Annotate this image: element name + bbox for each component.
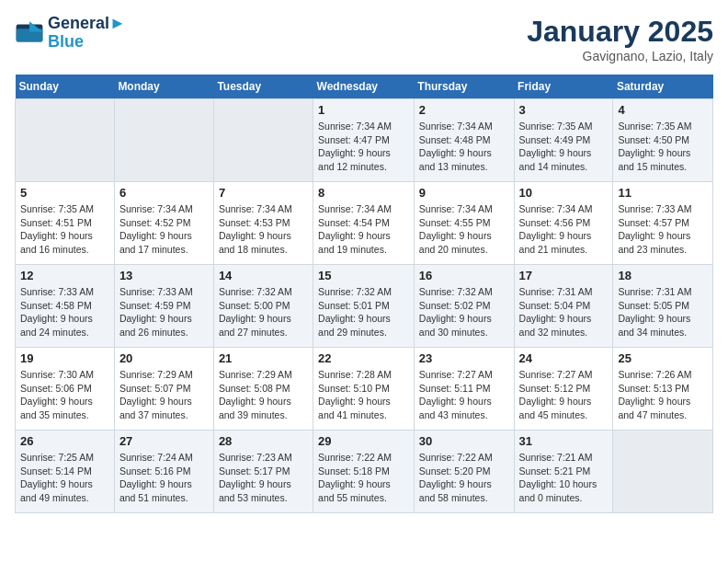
day-number: 20 [119, 351, 209, 365]
calendar-cell: 8Sunrise: 7:34 AMSunset: 4:54 PMDaylight… [313, 182, 415, 265]
day-info: Sunrise: 7:34 AMSunset: 4:52 PMDaylight:… [119, 202, 209, 257]
day-number: 6 [119, 186, 209, 200]
day-number: 27 [119, 434, 209, 448]
day-number: 2 [419, 103, 509, 117]
calendar-cell: 3Sunrise: 7:35 AMSunset: 4:49 PMDaylight… [514, 99, 613, 182]
calendar-cell: 7Sunrise: 7:34 AMSunset: 4:53 PMDaylight… [213, 182, 313, 265]
calendar-cell: 23Sunrise: 7:27 AMSunset: 5:11 PMDayligh… [414, 348, 514, 431]
calendar-cell: 19Sunrise: 7:30 AMSunset: 5:06 PMDayligh… [16, 348, 115, 431]
calendar-cell: 29Sunrise: 7:22 AMSunset: 5:18 PMDayligh… [313, 431, 415, 513]
weekday-header: Wednesday [313, 75, 415, 99]
location: Gavignano, Lazio, Italy [527, 49, 713, 63]
day-number: 12 [20, 269, 109, 282]
calendar-cell: 20Sunrise: 7:29 AMSunset: 5:07 PMDayligh… [114, 348, 213, 431]
day-info: Sunrise: 7:27 AMSunset: 5:11 PMDaylight:… [419, 368, 509, 422]
calendar-cell: 13Sunrise: 7:33 AMSunset: 4:59 PMDayligh… [114, 265, 213, 348]
weekday-header: Friday [514, 75, 613, 99]
calendar-table: SundayMondayTuesdayWednesdayThursdayFrid… [15, 75, 713, 513]
day-number: 16 [419, 269, 509, 282]
calendar-cell [613, 431, 713, 513]
day-info: Sunrise: 7:34 AMSunset: 4:47 PMDaylight:… [318, 120, 409, 174]
day-info: Sunrise: 7:33 AMSunset: 4:58 PMDaylight:… [20, 285, 109, 339]
day-number: 23 [419, 351, 509, 365]
day-info: Sunrise: 7:34 AMSunset: 4:56 PMDaylight:… [519, 202, 609, 257]
day-number: 25 [618, 351, 708, 365]
day-info: Sunrise: 7:25 AMSunset: 5:14 PMDaylight:… [20, 451, 109, 505]
calendar-cell: 14Sunrise: 7:32 AMSunset: 5:00 PMDayligh… [213, 265, 313, 348]
calendar-cell: 15Sunrise: 7:32 AMSunset: 5:01 PMDayligh… [313, 265, 415, 348]
day-info: Sunrise: 7:34 AMSunset: 4:54 PMDaylight:… [318, 202, 409, 257]
day-info: Sunrise: 7:26 AMSunset: 5:13 PMDaylight:… [618, 368, 708, 422]
calendar-cell: 17Sunrise: 7:31 AMSunset: 5:04 PMDayligh… [514, 265, 613, 348]
day-info: Sunrise: 7:35 AMSunset: 4:51 PMDaylight:… [20, 202, 109, 257]
day-number: 11 [618, 186, 708, 200]
day-number: 26 [20, 434, 109, 448]
calendar-week-row: 5Sunrise: 7:35 AMSunset: 4:51 PMDaylight… [16, 182, 713, 265]
weekday-header: Saturday [613, 75, 713, 99]
day-info: Sunrise: 7:32 AMSunset: 5:02 PMDaylight:… [419, 285, 509, 339]
day-number: 10 [519, 186, 609, 200]
calendar-cell: 6Sunrise: 7:34 AMSunset: 4:52 PMDaylight… [114, 182, 213, 265]
day-number: 22 [318, 351, 409, 365]
weekday-header-row: SundayMondayTuesdayWednesdayThursdayFrid… [16, 75, 713, 99]
svg-rect-2 [17, 29, 43, 41]
calendar-cell: 4Sunrise: 7:35 AMSunset: 4:50 PMDaylight… [613, 99, 713, 182]
calendar-cell: 25Sunrise: 7:26 AMSunset: 5:13 PMDayligh… [613, 348, 713, 431]
day-info: Sunrise: 7:35 AMSunset: 4:50 PMDaylight:… [618, 120, 708, 174]
day-number: 29 [318, 434, 409, 448]
title-block: January 2025 Gavignano, Lazio, Italy [527, 15, 713, 63]
day-info: Sunrise: 7:33 AMSunset: 4:59 PMDaylight:… [119, 285, 209, 339]
day-info: Sunrise: 7:22 AMSunset: 5:18 PMDaylight:… [318, 451, 409, 505]
calendar-cell: 10Sunrise: 7:34 AMSunset: 4:56 PMDayligh… [514, 182, 613, 265]
day-info: Sunrise: 7:33 AMSunset: 4:57 PMDaylight:… [618, 202, 708, 257]
calendar-cell: 30Sunrise: 7:22 AMSunset: 5:20 PMDayligh… [414, 431, 514, 513]
day-number: 8 [318, 186, 409, 200]
calendar-week-row: 26Sunrise: 7:25 AMSunset: 5:14 PMDayligh… [16, 431, 713, 513]
calendar-week-row: 1Sunrise: 7:34 AMSunset: 4:47 PMDaylight… [16, 99, 713, 182]
day-info: Sunrise: 7:22 AMSunset: 5:20 PMDaylight:… [419, 451, 509, 505]
day-number: 7 [219, 186, 308, 200]
calendar-cell [114, 99, 213, 182]
logo: General► Blue [15, 15, 126, 52]
calendar-cell: 26Sunrise: 7:25 AMSunset: 5:14 PMDayligh… [16, 431, 115, 513]
day-info: Sunrise: 7:34 AMSunset: 4:48 PMDaylight:… [419, 120, 509, 174]
calendar-cell: 16Sunrise: 7:32 AMSunset: 5:02 PMDayligh… [414, 265, 514, 348]
day-info: Sunrise: 7:27 AMSunset: 5:12 PMDaylight:… [519, 368, 609, 422]
day-info: Sunrise: 7:23 AMSunset: 5:17 PMDaylight:… [219, 451, 308, 505]
day-info: Sunrise: 7:31 AMSunset: 5:04 PMDaylight:… [519, 285, 609, 339]
calendar-cell: 11Sunrise: 7:33 AMSunset: 4:57 PMDayligh… [613, 182, 713, 265]
day-number: 21 [219, 351, 308, 365]
weekday-header: Sunday [16, 75, 115, 99]
calendar-cell [213, 99, 313, 182]
day-info: Sunrise: 7:24 AMSunset: 5:16 PMDaylight:… [119, 451, 209, 505]
calendar-cell: 27Sunrise: 7:24 AMSunset: 5:16 PMDayligh… [114, 431, 213, 513]
day-number: 13 [119, 269, 209, 282]
day-number: 15 [318, 269, 409, 282]
day-number: 5 [20, 186, 109, 200]
calendar-cell: 2Sunrise: 7:34 AMSunset: 4:48 PMDaylight… [414, 99, 514, 182]
day-info: Sunrise: 7:28 AMSunset: 5:10 PMDaylight:… [318, 368, 409, 422]
calendar-cell: 9Sunrise: 7:34 AMSunset: 4:55 PMDaylight… [414, 182, 514, 265]
day-info: Sunrise: 7:31 AMSunset: 5:05 PMDaylight:… [618, 285, 708, 339]
day-info: Sunrise: 7:21 AMSunset: 5:21 PMDaylight:… [519, 451, 609, 505]
calendar-cell: 28Sunrise: 7:23 AMSunset: 5:17 PMDayligh… [213, 431, 313, 513]
calendar-cell: 22Sunrise: 7:28 AMSunset: 5:10 PMDayligh… [313, 348, 415, 431]
calendar-week-row: 19Sunrise: 7:30 AMSunset: 5:06 PMDayligh… [16, 348, 713, 431]
day-number: 14 [219, 269, 308, 282]
day-info: Sunrise: 7:32 AMSunset: 5:00 PMDaylight:… [219, 285, 308, 339]
day-info: Sunrise: 7:29 AMSunset: 5:07 PMDaylight:… [119, 368, 209, 422]
day-number: 3 [519, 103, 609, 117]
day-number: 4 [618, 103, 708, 117]
calendar-cell [16, 99, 115, 182]
weekday-header: Tuesday [213, 75, 313, 99]
calendar-cell: 18Sunrise: 7:31 AMSunset: 5:05 PMDayligh… [613, 265, 713, 348]
logo-icon [15, 18, 44, 48]
logo-text: General► Blue [48, 15, 126, 52]
calendar-cell: 24Sunrise: 7:27 AMSunset: 5:12 PMDayligh… [514, 348, 613, 431]
weekday-header: Monday [114, 75, 213, 99]
month-title: January 2025 [527, 15, 713, 49]
day-number: 30 [419, 434, 509, 448]
page-header: General► Blue January 2025 Gavignano, La… [15, 15, 713, 63]
calendar-cell: 1Sunrise: 7:34 AMSunset: 4:47 PMDaylight… [313, 99, 415, 182]
day-number: 24 [519, 351, 609, 365]
